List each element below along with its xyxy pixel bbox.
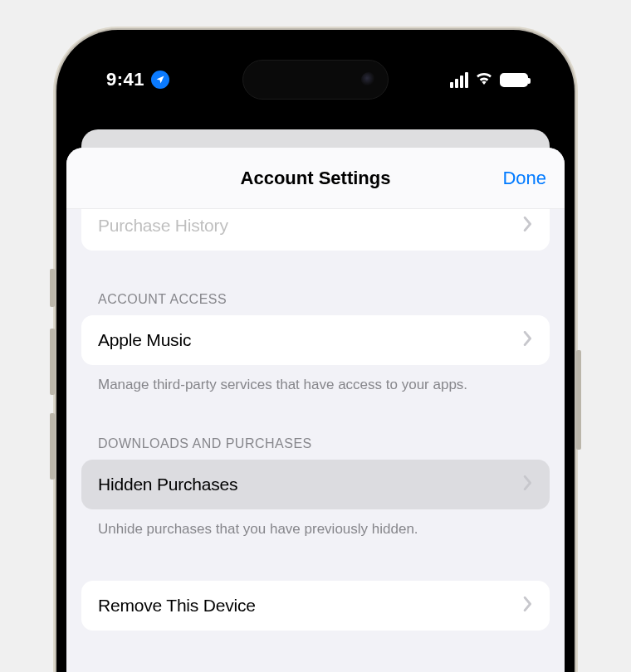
location-icon (151, 71, 169, 89)
row-label: Apple Music (98, 330, 191, 350)
section-footer-downloads: Unhide purchases that you have previousl… (81, 509, 550, 539)
section-footer-account-access: Manage third-party services that have ac… (81, 365, 550, 395)
screen: 9:41 Account Settings Done (66, 40, 565, 672)
row-label: Hidden Purchases (98, 475, 237, 494)
status-left: 9:41 (106, 69, 169, 90)
side-button-volume-up (50, 329, 55, 395)
chevron-right-icon (523, 475, 533, 494)
wifi-icon (475, 71, 493, 88)
done-button[interactable]: Done (502, 168, 546, 189)
cellular-icon (450, 72, 468, 88)
side-button-volume-down (50, 413, 55, 480)
modal-header: Account Settings Done (66, 148, 565, 209)
hidden-purchases-row[interactable]: Hidden Purchases (81, 460, 550, 509)
apple-music-row[interactable]: Apple Music (81, 315, 550, 365)
row-label: Purchase History (98, 216, 228, 236)
battery-icon (500, 73, 528, 87)
chevron-right-icon (523, 597, 533, 615)
modal-content: Purchase History ACCOUNT ACCESS Apple Mu… (66, 197, 565, 631)
dynamic-island (242, 60, 389, 100)
modal-title: Account Settings (241, 168, 391, 189)
remove-device-row[interactable]: Remove This Device (81, 581, 550, 631)
chevron-right-icon (523, 217, 533, 235)
account-settings-modal: Account Settings Done Purchase History A… (66, 148, 565, 672)
row-label: Remove This Device (98, 596, 256, 616)
status-time: 9:41 (106, 69, 144, 90)
side-button-silent (50, 269, 55, 307)
section-header-account-access: ACCOUNT ACCESS (81, 292, 550, 315)
side-button-power (576, 350, 581, 450)
chevron-right-icon (523, 331, 533, 349)
phone-frame: 9:41 Account Settings Done (56, 30, 575, 672)
section-header-downloads: DOWNLOADS AND PURCHASES (81, 436, 550, 460)
status-right (450, 71, 528, 88)
